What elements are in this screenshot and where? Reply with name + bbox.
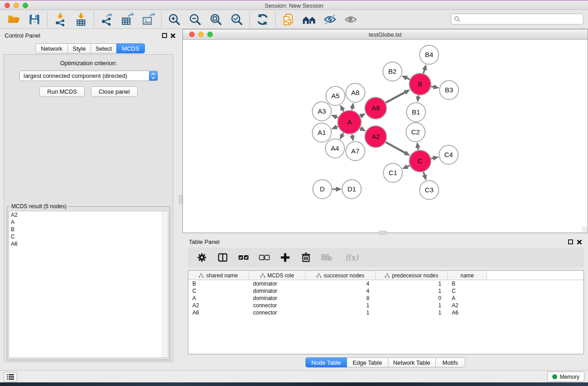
result-item[interactable]: A6 <box>9 240 168 248</box>
node-B[interactable]: B <box>409 73 431 95</box>
cell-MCDS-role[interactable]: dominator <box>249 295 306 302</box>
run-mcds-button[interactable]: Run MCDS <box>39 86 85 97</box>
result-item[interactable]: A <box>9 219 168 226</box>
task-history-button[interactable] <box>4 372 17 382</box>
network-window-titlebar[interactable]: testGlobe.txt <box>183 29 588 40</box>
tab-mcds[interactable]: MCDS <box>116 43 145 53</box>
delete-row-icon[interactable] <box>300 252 312 263</box>
node-A1[interactable]: A1 <box>312 123 331 142</box>
tab-network[interactable]: Network <box>35 43 68 53</box>
table-settings-icon[interactable] <box>196 252 208 263</box>
add-row-icon[interactable] <box>279 252 291 263</box>
node-A5[interactable]: A5 <box>326 86 345 105</box>
node-C4[interactable]: C4 <box>439 145 458 164</box>
column-header-MCDS-role[interactable]: MCDS role <box>249 271 306 280</box>
export-network-icon[interactable] <box>100 12 114 27</box>
cell-shared-name[interactable]: C <box>188 287 249 295</box>
cell-successor-nodes[interactable]: 4 <box>306 280 376 287</box>
zoom-selected-icon[interactable] <box>229 12 244 27</box>
table-float-panel-icon[interactable] <box>568 239 573 244</box>
node-A3[interactable]: A3 <box>312 102 331 121</box>
node-A8[interactable]: A8 <box>346 83 365 102</box>
close-panel-button[interactable]: Close panel <box>91 86 138 97</box>
node-A6[interactable]: A6 <box>365 97 387 119</box>
float-panel-icon[interactable] <box>162 33 167 38</box>
edge-C-C1[interactable] <box>407 166 410 167</box>
result-scrollbar[interactable] <box>162 211 168 357</box>
show-graphics-details-icon[interactable] <box>344 12 358 27</box>
criterion-dropdown[interactable]: largest connected component (directed) <box>19 71 158 81</box>
horizontal-splitter-grip[interactable] <box>379 231 387 234</box>
search-input[interactable] <box>462 14 583 24</box>
tab-edge-table[interactable]: Edge Table <box>347 357 388 367</box>
node-A2[interactable]: A2 <box>365 126 387 148</box>
node-B1[interactable]: B1 <box>406 103 425 122</box>
tab-node-table[interactable]: Node Table <box>306 357 347 367</box>
edge-B-B4[interactable] <box>423 70 425 74</box>
column-header-name[interactable]: name <box>448 271 487 280</box>
node-C[interactable]: C <box>409 150 431 172</box>
result-item[interactable]: A2 <box>9 211 168 219</box>
node-D1[interactable]: D1 <box>342 180 361 199</box>
edge-A-A3[interactable] <box>336 117 338 118</box>
window-resize-grip[interactable] <box>582 227 587 232</box>
hide-graphics-details-icon[interactable] <box>323 12 337 27</box>
edge-A-A5[interactable] <box>343 110 344 111</box>
cell-name[interactable]: B <box>448 280 487 287</box>
export-image-icon[interactable] <box>141 12 156 27</box>
close-panel-icon[interactable] <box>170 33 176 38</box>
table-row[interactable]: A2connector11A2 <box>188 302 583 309</box>
delete-table-icon[interactable] <box>321 252 333 263</box>
node-C2[interactable]: C2 <box>406 123 425 142</box>
export-table-icon[interactable] <box>120 12 135 27</box>
network-overview-icon[interactable] <box>302 12 316 27</box>
table-row[interactable]: Bdominator41B <box>188 280 583 287</box>
cell-predecessor-nodes[interactable]: 1 <box>376 280 448 287</box>
table-row[interactable]: Adominator80A <box>188 295 583 302</box>
zoom-fit-icon[interactable] <box>209 12 223 27</box>
edge-C-C3[interactable] <box>424 172 425 176</box>
cell-MCDS-role[interactable]: connector <box>249 309 306 316</box>
cell-shared-name[interactable]: A <box>188 295 249 302</box>
table-row[interactable]: A6connector11A6 <box>188 309 583 316</box>
cell-successor-nodes[interactable]: 1 <box>306 302 376 309</box>
cell-name[interactable]: A2 <box>448 302 487 309</box>
zoom-out-icon[interactable] <box>188 12 202 27</box>
tab-network-table[interactable]: Network Table <box>388 357 436 367</box>
table-close-panel-icon[interactable] <box>577 239 582 245</box>
import-table-icon[interactable] <box>74 12 88 27</box>
cell-name[interactable]: C <box>448 287 487 295</box>
edge-A-A2[interactable] <box>360 128 361 129</box>
duplicate-network-icon[interactable] <box>281 12 296 27</box>
cell-predecessor-nodes[interactable]: 1 <box>376 309 448 316</box>
edge-A6-B[interactable] <box>386 92 406 103</box>
edge-A2-C[interactable] <box>386 142 406 153</box>
table-row[interactable]: Cdominator41C <box>188 287 583 295</box>
edge-A-A8[interactable] <box>352 108 352 110</box>
column-header-successor-nodes[interactable]: successor nodes <box>306 271 376 280</box>
edge-A-A4[interactable] <box>342 133 344 135</box>
node-A[interactable]: A <box>338 110 361 134</box>
result-item[interactable]: B <box>9 226 168 233</box>
cell-name[interactable]: A6 <box>448 309 487 316</box>
open-session-icon[interactable] <box>6 12 21 27</box>
cell-predecessor-nodes[interactable]: 1 <box>376 302 448 309</box>
node-C3[interactable]: C3 <box>420 181 439 200</box>
edge-C-C2[interactable] <box>418 148 418 150</box>
cell-name[interactable]: A <box>448 295 487 302</box>
edge-A-A7[interactable] <box>352 134 352 136</box>
result-item[interactable]: C <box>9 233 168 240</box>
mcds-result-list[interactable]: A2ABCA6 <box>9 211 168 358</box>
edge-A-A6[interactable] <box>360 116 361 116</box>
show-columns-icon[interactable] <box>217 252 229 263</box>
node-A4[interactable]: A4 <box>325 139 344 158</box>
tab-style[interactable]: Style <box>67 43 91 53</box>
import-network-icon[interactable] <box>53 12 67 27</box>
cell-successor-nodes[interactable]: 4 <box>306 287 376 295</box>
column-header-predecessor-nodes[interactable]: predecessor nodes <box>376 271 448 280</box>
cell-predecessor-nodes[interactable]: 1 <box>376 287 448 295</box>
edge-C-C4[interactable] <box>431 158 433 158</box>
select-all-icon[interactable] <box>238 252 249 263</box>
cell-successor-nodes[interactable]: 1 <box>306 309 376 316</box>
node-A7[interactable]: A7 <box>346 142 365 161</box>
